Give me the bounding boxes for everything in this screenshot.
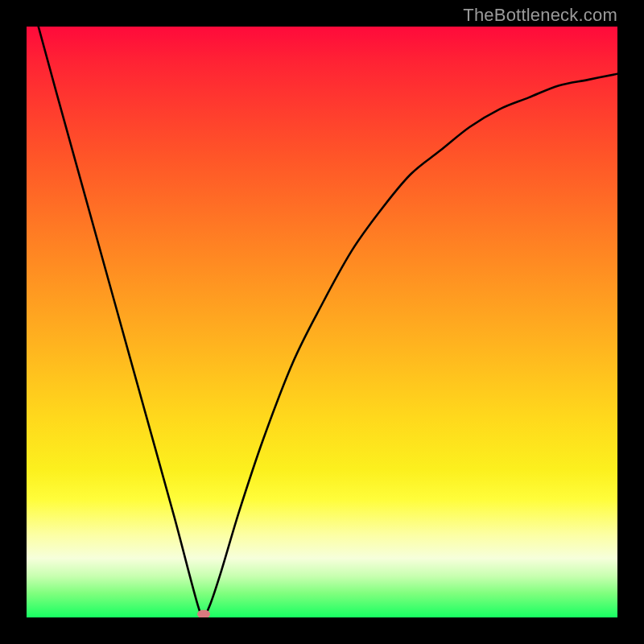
curve-path xyxy=(39,27,617,616)
chart-frame: TheBottleneck.com xyxy=(0,0,644,644)
watermark-label: TheBottleneck.com xyxy=(463,5,617,26)
curve-svg xyxy=(27,27,617,617)
minimum-marker xyxy=(197,610,210,617)
plot-area xyxy=(27,27,617,617)
